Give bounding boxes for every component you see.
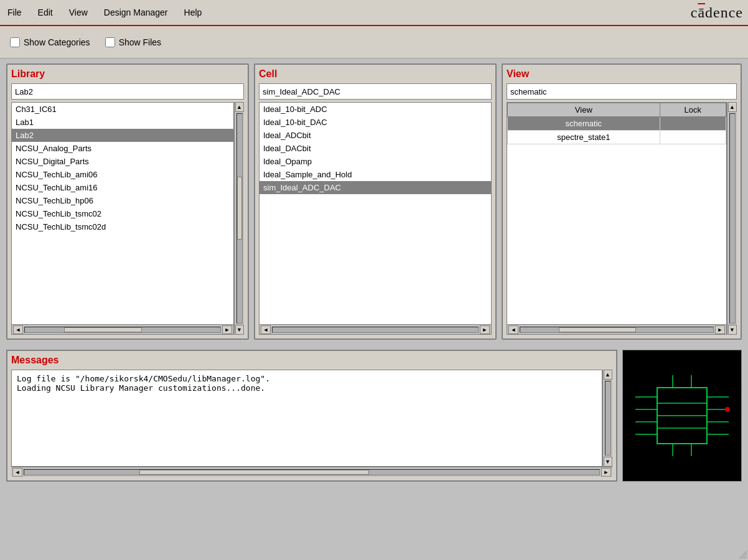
menu-design-manager[interactable]: Design Manager [101, 6, 171, 19]
cell-scroll-right[interactable]: ► [480, 325, 490, 334]
view-scroll-right[interactable]: ► [715, 325, 725, 334]
resize-corner[interactable] [739, 551, 747, 559]
show-categories-label: Show Categories [24, 37, 90, 47]
resize-icon [739, 551, 747, 559]
list-item[interactable]: NCSU_TechLib_tsmc02d [12, 220, 233, 233]
table-row[interactable]: spectre_state1 [508, 131, 726, 144]
view-cell-view: schematic [508, 117, 660, 131]
show-files-label: Show Files [119, 37, 161, 47]
library-scroll-thumb [64, 327, 143, 332]
svg-line-19 [742, 554, 747, 559]
cell-title: Cell [259, 68, 492, 80]
library-vscroll: ▲ ▼ [234, 102, 244, 335]
library-scroll[interactable]: Ch31_IC61Lab1Lab2NCSU_Analog_PartsNCSU_D… [12, 103, 233, 324]
list-item[interactable]: Lab1 [12, 116, 233, 129]
cadence-logo: cādence [691, 4, 743, 21]
view-scroll-thumb [559, 327, 636, 332]
cell-scroll[interactable]: Ideal_10-bit_ADCIdeal_10-bit_DACIdeal_AD… [259, 103, 491, 324]
show-files-checkbox[interactable] [105, 37, 115, 47]
view-list: View Lock schematicspectre_state1 ◄ ► [507, 102, 727, 335]
svg-line-20 [744, 556, 747, 559]
view-list-container: View Lock schematicspectre_state1 ◄ ► [507, 102, 737, 335]
list-item[interactable]: NCSU_TechLib_tsmc02 [12, 207, 233, 220]
cell-scroll-left[interactable]: ◄ [261, 325, 271, 334]
list-item[interactable]: Ideal_DACbit [259, 142, 491, 155]
menu-help[interactable]: Help [182, 6, 205, 19]
list-item[interactable]: NCSU_Analog_Parts [12, 142, 233, 155]
menu-edit[interactable]: Edit [35, 6, 55, 19]
svg-point-17 [725, 407, 730, 412]
main-content: Library Ch31_IC61Lab1Lab2NCSU_Analog_Par… [0, 58, 748, 345]
messages-scroll-thumb [139, 470, 370, 475]
view-col-view: View [508, 103, 660, 117]
list-item[interactable]: NCSU_TechLib_ami06 [12, 168, 233, 181]
toolbar: Show Categories Show Files [0, 26, 748, 58]
view-cell-view: spectre_state1 [508, 131, 660, 144]
library-scroll-down[interactable]: ▼ [235, 325, 244, 335]
cell-hscroll: ◄ ► [259, 324, 491, 334]
table-row[interactable]: schematic [508, 117, 726, 131]
list-item[interactable]: NCSU_TechLib_ami16 [12, 181, 233, 194]
messages-scroll-down[interactable]: ▼ [604, 457, 612, 467]
library-list: Ch31_IC61Lab1Lab2NCSU_Analog_PartsNCSU_D… [11, 102, 234, 335]
library-vscroll-track[interactable] [236, 113, 243, 324]
list-item[interactable]: Ideal_10-bit_ADC [259, 103, 491, 116]
library-scroll-left[interactable]: ◄ [13, 325, 23, 334]
list-item[interactable]: sim_Ideal_ADC_DAC [259, 181, 491, 194]
library-scroll-up[interactable]: ▲ [235, 102, 244, 112]
message-line: Log file is "/home/sikorsk4/CMOSedu/libM… [17, 374, 597, 383]
messages-scroll-up[interactable]: ▲ [604, 370, 612, 380]
menu-file[interactable]: File [5, 6, 24, 19]
library-list-container: Ch31_IC61Lab1Lab2NCSU_Analog_PartsNCSU_D… [11, 102, 244, 335]
show-categories-checkbox-label[interactable]: Show Categories [10, 37, 90, 47]
library-vscroll-thumb [237, 177, 242, 240]
view-scroll-track[interactable] [520, 327, 714, 333]
cell-list-container: Ideal_10-bit_ADCIdeal_10-bit_DACIdeal_AD… [259, 102, 492, 335]
library-scroll-right[interactable]: ► [222, 325, 232, 334]
messages-scroll-left[interactable]: ◄ [12, 468, 22, 477]
list-item[interactable]: Ideal_Opamp [259, 155, 491, 168]
svg-rect-0 [623, 350, 741, 480]
list-item[interactable]: Ideal_Sample_and_Hold [259, 168, 491, 181]
messages-section: Messages Log file is "/home/sikorsk4/CMO… [0, 345, 748, 487]
list-item[interactable]: Ideal_10-bit_DAC [259, 116, 491, 129]
view-cell-lock [660, 131, 726, 144]
messages-scroll-right[interactable]: ► [601, 468, 611, 477]
show-files-checkbox-label[interactable]: Show Files [105, 37, 161, 47]
view-cell-lock [660, 117, 726, 131]
view-scroll-down[interactable]: ▼ [728, 325, 737, 335]
messages-panel: Messages Log file is "/home/sikorsk4/CMO… [6, 350, 617, 482]
list-item[interactable]: NCSU_TechLib_hp06 [12, 194, 233, 207]
list-item[interactable]: NCSU_Digital_Parts [12, 155, 233, 168]
menu-view[interactable]: View [67, 6, 90, 19]
view-scroll-left[interactable]: ◄ [508, 325, 518, 334]
cell-input[interactable] [259, 83, 492, 100]
list-item[interactable]: Lab2 [12, 129, 233, 142]
messages-hscroll: ◄ ► [11, 467, 612, 477]
message-line: Loading NCSU Library Manager customizati… [17, 383, 597, 393]
messages-vscroll-track[interactable] [605, 381, 611, 455]
view-vscroll-track[interactable] [729, 113, 736, 324]
menu-items: File Edit View Design Manager Help [5, 6, 204, 19]
list-item[interactable]: Ideal_ADCbit [259, 129, 491, 142]
schematic-preview [622, 350, 742, 482]
library-panel: Library Ch31_IC61Lab1Lab2NCSU_Analog_Par… [6, 63, 249, 340]
view-scroll[interactable]: View Lock schematicspectre_state1 [507, 103, 726, 324]
library-input[interactable] [11, 83, 244, 100]
view-input[interactable] [507, 83, 737, 100]
library-scroll-track[interactable] [24, 327, 221, 333]
view-table: View Lock schematicspectre_state1 [507, 103, 726, 144]
view-scroll-up[interactable]: ▲ [728, 102, 737, 112]
messages-content[interactable]: Log file is "/home/sikorsk4/CMOSedu/libM… [11, 370, 602, 467]
cell-scroll-track[interactable] [272, 327, 479, 333]
view-col-lock: Lock [660, 103, 726, 117]
messages-scroll-track[interactable] [24, 469, 600, 475]
view-panel: View View Lock schematicspectre_state1 [502, 63, 742, 340]
messages-vscroll: ▲ ▼ [602, 370, 612, 467]
cell-list: Ideal_10-bit_ADCIdeal_10-bit_DACIdeal_AD… [259, 102, 492, 335]
show-categories-checkbox[interactable] [10, 37, 20, 47]
schematic-svg [623, 350, 741, 480]
library-title: Library [11, 68, 244, 80]
view-title: View [507, 68, 737, 80]
list-item[interactable]: Ch31_IC61 [12, 103, 233, 116]
